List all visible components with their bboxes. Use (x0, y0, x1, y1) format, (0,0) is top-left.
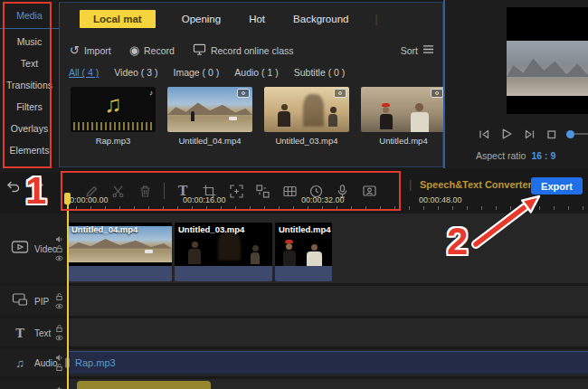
playhead[interactable] (67, 194, 69, 389)
ruler-time-label: 00:00:32.00 (301, 195, 345, 204)
toolbar-divider (164, 183, 165, 199)
sidebar-item-text[interactable]: Text (0, 52, 59, 74)
library-filter-tabs: All ( 4 ) Video ( 3 ) Image ( 0 ) Audio … (69, 67, 345, 78)
pip-track-toggles (55, 292, 63, 309)
audio-thumbnail: ♪ ♫ (71, 87, 156, 132)
volume-slider[interactable] (566, 130, 588, 138)
screen-record-icon[interactable] (361, 183, 377, 199)
zoom-region-icon[interactable] (228, 183, 244, 199)
mute-speaker-icon[interactable] (55, 235, 63, 242)
lock-icon[interactable] (55, 292, 63, 300)
lock-icon[interactable] (55, 364, 63, 372)
sort-label: Sort (401, 45, 418, 56)
media-library-panel: Local mat Opening Hot Background | ↺ Imp… (59, 2, 443, 167)
camera-badge-icon (334, 89, 346, 98)
audio-track-row: Rap.mp3 ♫ Audio (0, 349, 588, 376)
visibility-eye-icon[interactable] (55, 254, 63, 261)
lock-icon[interactable] (55, 324, 63, 332)
video-track-icon (10, 239, 30, 258)
video-track-label: Video (34, 243, 57, 253)
filter-audio[interactable]: Audio ( 1 ) (234, 67, 278, 78)
video-thumbnail (264, 87, 349, 132)
tab-local-material[interactable]: Local mat (80, 10, 156, 28)
import-icon: ↺ (70, 44, 80, 56)
preview-panel: Aspect ratio 16 : 9 (443, 0, 588, 168)
filter-video[interactable]: Video ( 3 ) (114, 67, 157, 78)
sidebar-item-media[interactable]: Media (0, 5, 59, 29)
monitor-icon (193, 43, 206, 57)
person-red-cap-figure (380, 103, 393, 129)
library-item-video[interactable]: Untitled.mp4 (361, 87, 446, 146)
timeline-audio-clip[interactable]: Rap.mp3 (68, 351, 588, 374)
pip-track-row: PIP (0, 286, 588, 316)
sidebar-item-transitions[interactable]: Transitions (0, 74, 59, 96)
voiceover-track-row (0, 379, 588, 389)
aspect-ratio-label: Aspect ratio (476, 150, 526, 161)
ruler-time-label: 00:00:00.00 (65, 195, 109, 204)
record-label: Record (144, 45, 175, 56)
split-screen-icon[interactable] (255, 183, 271, 199)
text-track-toggles (55, 324, 63, 341)
playhead-handle[interactable] (64, 193, 71, 204)
sidebar-item-elements[interactable]: Elements (0, 139, 59, 161)
pip-track-lane[interactable] (68, 286, 588, 316)
library-item-audio[interactable]: ♪ ♫ Rap.mp3 (71, 87, 156, 146)
delete-trash-icon[interactable] (137, 183, 153, 199)
text-track-lane[interactable] (68, 318, 588, 346)
lock-icon[interactable] (55, 244, 63, 252)
file-name: Untitled_04.mp4 (167, 136, 252, 146)
tab-hot[interactable]: Hot (247, 10, 267, 28)
library-items: ♪ ♫ Rap.mp3 Untitled_04.mp4 (71, 87, 446, 146)
pip-track-icon (10, 292, 30, 309)
redo-icon[interactable] (30, 180, 45, 197)
voiceover-track-icon (10, 384, 30, 389)
filter-subtitle[interactable]: Subtitle ( 0 ) (294, 67, 346, 78)
person-white-shirt-figure (411, 103, 429, 132)
file-name: Untitled.mp4 (361, 136, 446, 146)
record-icon: ◉ (129, 44, 139, 56)
visibility-eye-icon[interactable] (55, 302, 63, 309)
preview-viewport (507, 7, 588, 114)
speech-text-converter-link[interactable]: Speech&Text Converter (420, 179, 532, 190)
cut-scissors-icon[interactable] (110, 183, 127, 199)
timeline-clip-untitled-03[interactable]: Untitled_03.mp4 (175, 223, 272, 281)
video-editor-window: Media Music Text Transitions Filters Ove… (0, 0, 588, 389)
undo-icon[interactable] (5, 180, 21, 197)
library-item-video[interactable]: Untitled_04.mp4 (167, 87, 252, 146)
filter-image[interactable]: Image ( 0 ) (174, 67, 220, 78)
next-frame-button[interactable] (521, 127, 536, 141)
mute-speaker-icon[interactable] (55, 355, 63, 362)
music-badge-icon: ♪ (149, 89, 153, 97)
clip-name: Untitled.mp4 (279, 224, 331, 234)
text-track-header: T Text (0, 318, 68, 346)
tab-background[interactable]: Background (291, 10, 350, 28)
aspect-ratio-value[interactable]: 16 : 9 (531, 150, 555, 161)
filter-all[interactable]: All ( 4 ) (69, 67, 99, 78)
play-button[interactable] (498, 127, 513, 141)
sidebar-item-filters[interactable]: Filters (0, 96, 59, 118)
video-track-header: Video (0, 213, 68, 283)
sidebar-item-music[interactable]: Music (0, 31, 59, 52)
visibility-eye-icon[interactable] (55, 334, 63, 341)
previous-frame-button[interactable] (476, 127, 490, 141)
car-shape (229, 117, 237, 120)
mosaic-icon[interactable] (281, 183, 298, 199)
timeline-ruler[interactable] (62, 206, 588, 210)
stop-button[interactable] (544, 127, 558, 141)
sort-button[interactable]: Sort (401, 44, 434, 56)
export-button[interactable]: Export (531, 177, 583, 194)
sidebar-item-overlays[interactable]: Overlays (0, 118, 59, 139)
timeline-clip-untitled-04[interactable]: Untitled_04.mp4 (68, 223, 172, 281)
tab-opening[interactable]: Opening (180, 10, 223, 28)
sidebar: Media Music Text Transitions Filters Ove… (0, 0, 59, 172)
ruler-time-label: 00:00:48.00 (419, 195, 462, 204)
import-button[interactable]: ↺ Import (70, 44, 111, 56)
timeline-voiceover-clip[interactable] (77, 381, 211, 389)
voiceover-track-header (0, 379, 68, 389)
library-item-video[interactable]: Untitled_03.mp4 (264, 87, 349, 146)
music-note-icon: ♫ (71, 90, 156, 119)
record-button[interactable]: ◉ Record (129, 44, 175, 56)
timeline-clip-untitled[interactable]: Untitled.mp4 (275, 223, 332, 281)
record-online-class-button[interactable]: Record online class (193, 43, 294, 57)
volume-slider-handle[interactable] (566, 130, 574, 138)
